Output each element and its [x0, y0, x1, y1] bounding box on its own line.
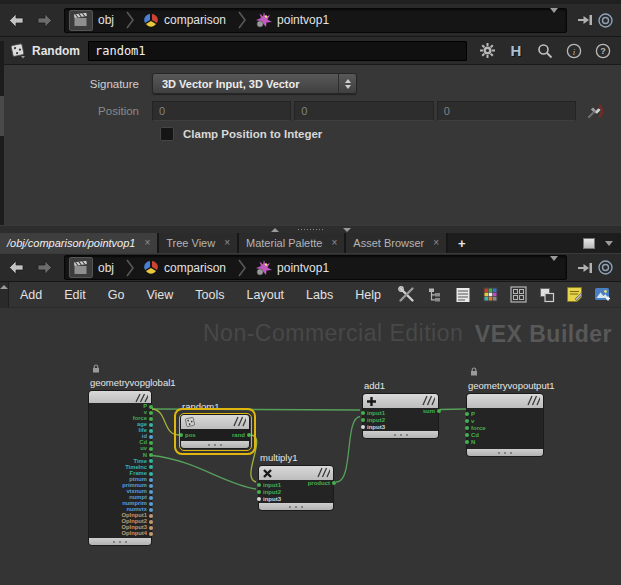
- tab-tree-view[interactable]: Tree View ×: [159, 233, 239, 253]
- notes-icon[interactable]: [566, 286, 584, 304]
- path-dropdown-icon[interactable]: [550, 261, 562, 275]
- follow-target-icon[interactable]: [595, 10, 615, 30]
- comparison-network-icon[interactable]: [143, 260, 159, 275]
- close-icon[interactable]: ×: [331, 238, 337, 248]
- close-icon[interactable]: ×: [224, 238, 230, 248]
- node-multiply1[interactable]: multiply1 input1input2input3 product: [258, 465, 334, 511]
- random-node-icon[interactable]: [8, 41, 28, 61]
- clamp-checkbox[interactable]: [160, 127, 174, 141]
- palette-icon[interactable]: [482, 286, 500, 304]
- position-y-field[interactable]: [294, 101, 433, 121]
- breadcrumb-comparison[interactable]: comparison: [164, 261, 226, 275]
- node-header[interactable]: [363, 394, 438, 408]
- menu-edit[interactable]: Edit: [53, 282, 97, 307]
- node-name-input[interactable]: [88, 41, 467, 61]
- node-footer[interactable]: [467, 449, 543, 456]
- houdini-engine-icon[interactable]: H: [506, 41, 526, 61]
- splitter-up-icon[interactable]: [271, 228, 279, 232]
- node-header[interactable]: [181, 415, 249, 429]
- gear-icon[interactable]: [477, 41, 497, 61]
- back-arrow-icon[interactable]: [6, 258, 26, 278]
- tab-asset-browser[interactable]: Asset Browser ×: [346, 233, 448, 253]
- node-random1[interactable]: random1 pos rand: [180, 414, 250, 449]
- position-z-field[interactable]: [437, 101, 576, 121]
- port-P[interactable]: P: [467, 410, 543, 417]
- menu-view[interactable]: View: [135, 282, 184, 307]
- tab-network-path[interactable]: /obj/comparison/pointvop1 ×: [0, 233, 159, 253]
- port-input1[interactable]: input1: [259, 481, 333, 488]
- menu-add[interactable]: Add: [9, 282, 53, 307]
- maximize-pane-icon[interactable]: [583, 238, 595, 249]
- pane-edge-splitter[interactable]: [0, 41, 4, 225]
- new-tab-button[interactable]: +: [448, 233, 476, 253]
- obj-icon[interactable]: [69, 10, 93, 31]
- node-header[interactable]: [89, 391, 151, 403]
- image-icon[interactable]: [594, 286, 612, 304]
- splitter-grip[interactable]: [297, 228, 325, 232]
- list-icon[interactable]: [454, 286, 472, 304]
- port-force[interactable]: force: [467, 424, 543, 431]
- breadcrumb[interactable]: obj comparison pointvop1: [64, 255, 567, 280]
- back-arrow-icon[interactable]: [6, 10, 26, 30]
- port-OpInput4[interactable]: OpInput4: [89, 531, 151, 537]
- breadcrumb-pointvop1[interactable]: pointvop1: [277, 261, 329, 275]
- tools-icon[interactable]: [398, 286, 416, 304]
- breadcrumb-pointvop1[interactable]: pointvop1: [277, 13, 329, 27]
- port-N[interactable]: N: [467, 438, 543, 445]
- lock-icon: [92, 362, 100, 376]
- pin-path-icon[interactable]: [575, 258, 595, 278]
- node-header[interactable]: [259, 466, 333, 480]
- node-add1[interactable]: add1 input1input2input3 sum: [362, 393, 439, 439]
- forward-arrow-icon[interactable]: [34, 10, 54, 30]
- path-dropdown-icon[interactable]: [550, 13, 562, 27]
- menu-tools[interactable]: Tools: [184, 282, 235, 307]
- info-icon[interactable]: i: [564, 41, 584, 61]
- node-geometryvopglobal1[interactable]: geometryvopglobal1 PvforceagelifeidCduvN…: [88, 390, 152, 546]
- signature-spinner-icon[interactable]: [338, 74, 356, 93]
- port-input2[interactable]: input2: [259, 488, 333, 495]
- network-editor[interactable]: Non-Commercial Edition VEX Builder geome…: [0, 308, 621, 585]
- help-icon[interactable]: ?: [593, 41, 613, 61]
- port-input1[interactable]: input1: [363, 409, 438, 416]
- signature-dropdown[interactable]: 3D Vector Input, 3D Vector: [152, 73, 357, 94]
- close-icon[interactable]: ×: [433, 238, 439, 248]
- node-header[interactable]: [467, 394, 543, 408]
- node-footer[interactable]: [259, 503, 333, 510]
- menu-help[interactable]: Help: [344, 282, 392, 307]
- port-input2[interactable]: input2: [363, 416, 438, 423]
- obj-icon[interactable]: [69, 257, 93, 278]
- input-connector-icon[interactable]: [582, 100, 604, 122]
- breadcrumb-obj[interactable]: obj: [98, 261, 114, 275]
- grid-view-icon[interactable]: [510, 286, 528, 304]
- vop-network-icon[interactable]: [255, 260, 272, 276]
- forward-arrow-icon[interactable]: [34, 258, 54, 278]
- tab-menu-icon[interactable]: [605, 241, 613, 246]
- follow-target-icon[interactable]: [595, 258, 615, 278]
- tab-material-palette[interactable]: Material Palette ×: [239, 233, 346, 253]
- menu-layout[interactable]: Layout: [236, 282, 296, 307]
- port-input3[interactable]: input3: [363, 423, 438, 430]
- position-x-field[interactable]: [152, 101, 291, 121]
- scroll-up-icon[interactable]: [0, 282, 9, 307]
- close-icon[interactable]: ×: [144, 238, 150, 248]
- vop-network-icon[interactable]: [255, 12, 272, 28]
- splitter-down-icon[interactable]: [343, 228, 351, 232]
- comparison-network-icon[interactable]: [143, 13, 159, 28]
- orgchart-icon[interactable]: [426, 286, 444, 304]
- breadcrumb-obj[interactable]: obj: [98, 13, 114, 27]
- node-geometryvopoutput1[interactable]: geometryvopoutput1 PvforceCdN: [466, 393, 544, 457]
- port-Cd[interactable]: Cd: [467, 431, 543, 438]
- menu-labs[interactable]: Labs: [295, 282, 344, 307]
- windows-layout-icon[interactable]: [538, 286, 556, 304]
- wire-N-to-multiply1: [152, 456, 256, 490]
- node-footer[interactable]: [89, 538, 151, 545]
- pane-splitter[interactable]: [0, 225, 621, 233]
- port-v[interactable]: v: [467, 417, 543, 424]
- breadcrumb[interactable]: obj comparison pointvop1: [64, 8, 567, 33]
- node-footer[interactable]: [363, 431, 438, 438]
- breadcrumb-comparison[interactable]: comparison: [164, 13, 226, 27]
- menu-go[interactable]: Go: [97, 282, 136, 307]
- search-icon[interactable]: [535, 41, 555, 61]
- pin-path-icon[interactable]: [575, 10, 595, 30]
- port-input3[interactable]: input3: [259, 495, 333, 502]
